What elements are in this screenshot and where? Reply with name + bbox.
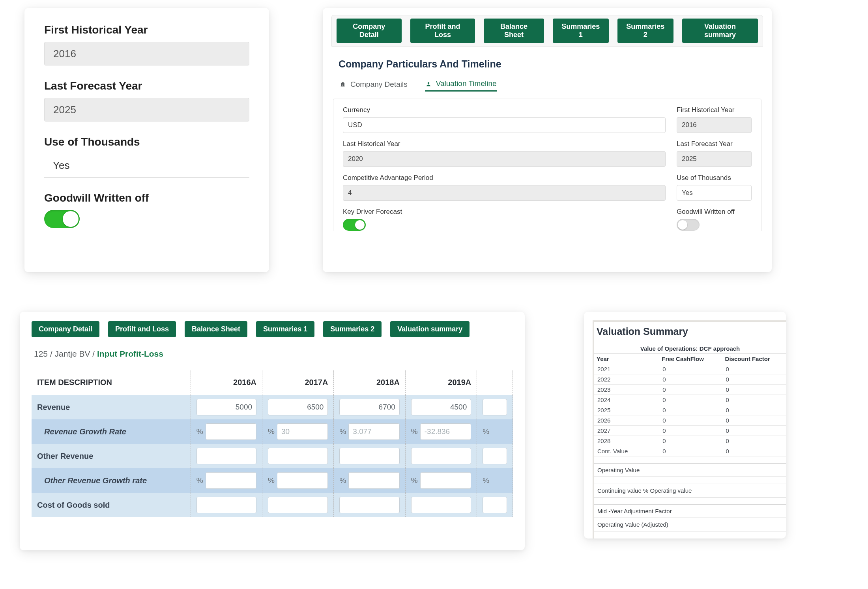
- other-rev-growth-2018[interactable]: [348, 472, 400, 489]
- cogs-2018[interactable]: [339, 497, 399, 513]
- vs-year: 2025: [594, 405, 659, 415]
- rev-growth-2017[interactable]: [277, 423, 328, 440]
- table-row: 202100: [594, 364, 786, 374]
- vs-df: 0: [723, 405, 786, 415]
- pl-tab-summaries-2[interactable]: Summaries 2: [323, 321, 382, 337]
- other-rev-2018[interactable]: [339, 448, 399, 464]
- goodwill-toggle[interactable]: [44, 210, 80, 228]
- valuation-summary-card: Valuation Summary Value of Operations: D…: [584, 312, 786, 539]
- currency-input[interactable]: USD: [343, 117, 666, 133]
- tab-company-detail[interactable]: Company Detail: [337, 19, 402, 43]
- vs-fcf: 0: [659, 385, 722, 395]
- goodwill-label: Goodwill Written off: [44, 192, 249, 204]
- tab-valuation-summary[interactable]: Valuation summary: [682, 19, 758, 43]
- other-rev-extra[interactable]: [483, 448, 507, 464]
- table-row: Cont. Value00: [594, 446, 786, 456]
- pct-label: %: [483, 427, 489, 436]
- vs-fcf: 0: [659, 395, 722, 405]
- table-row-revenue: Revenue: [32, 395, 513, 419]
- pct-label: %: [268, 476, 275, 485]
- other-rev-2019[interactable]: [411, 448, 471, 464]
- vs-df: 0: [723, 446, 786, 456]
- subtab-company-details[interactable]: Company Details: [339, 79, 408, 92]
- cogs-2017[interactable]: [268, 497, 328, 513]
- cap-input[interactable]: 4: [343, 185, 666, 201]
- breadcrumb-seg-1[interactable]: 125: [34, 349, 48, 358]
- vs-fcf: 0: [659, 446, 722, 456]
- other-rev-label: Other Revenue: [32, 444, 191, 468]
- pct-label: %: [411, 427, 418, 436]
- first-hist-input[interactable]: 2016: [44, 42, 249, 65]
- subtab-valuation-timeline[interactable]: Valuation Timeline: [425, 79, 497, 92]
- cogs-extra[interactable]: [483, 497, 507, 513]
- pl-tab-company-detail[interactable]: Company Detail: [32, 321, 99, 337]
- first-hist-input-r[interactable]: 2016: [677, 117, 752, 133]
- revenue-2018[interactable]: [339, 399, 399, 415]
- table-row: 202700: [594, 426, 786, 436]
- vs-fcf: 0: [659, 415, 722, 426]
- rev-growth-2018[interactable]: [348, 423, 400, 440]
- vs-year: 2022: [594, 374, 659, 385]
- form-left-col: Currency USD Last Historical Year 2020 C…: [343, 106, 666, 231]
- revenue-extra[interactable]: [483, 399, 507, 415]
- other-rev-2017[interactable]: [268, 448, 328, 464]
- tab-summaries-2[interactable]: Summaries 2: [617, 19, 673, 43]
- pl-tab-balance-sheet[interactable]: Balance Sheet: [185, 321, 247, 337]
- last-forecast-input-r[interactable]: 2025: [677, 151, 752, 167]
- vs-fcf: 0: [659, 374, 722, 385]
- kdf-label: Key Driver Forecast: [343, 208, 666, 216]
- company-particulars-card: Company Detail Profilt and Loss Balance …: [323, 8, 772, 272]
- goodwill-toggle-r[interactable]: [677, 219, 700, 231]
- use-thousands-label-r: Use of Thousands: [677, 174, 752, 182]
- rev-growth-label: Revenue Growth Rate: [32, 419, 191, 444]
- use-thousands-input[interactable]: [44, 154, 249, 178]
- vs-year: 2026: [594, 415, 659, 426]
- tab-summaries-1[interactable]: Summaries 1: [553, 19, 609, 43]
- vs-df: 0: [723, 415, 786, 426]
- pl-h-2017: 2017A: [262, 370, 334, 395]
- other-rev-growth-2017[interactable]: [277, 472, 328, 489]
- timeline-form: Currency USD Last Historical Year 2020 C…: [333, 99, 761, 231]
- pl-tab-valuation-summary[interactable]: Valuation summary: [390, 321, 470, 337]
- table-row-rev-growth: Revenue Growth Rate % % % % %: [32, 419, 513, 444]
- revenue-2019[interactable]: [411, 399, 471, 415]
- vs-fcf: 0: [659, 426, 722, 436]
- section-title: Company Particulars And Timeline: [339, 58, 759, 70]
- pl-tab-summaries-1[interactable]: Summaries 1: [256, 321, 314, 337]
- revenue-2017[interactable]: [268, 399, 328, 415]
- vs-sum-0: Operating Value: [594, 464, 786, 477]
- tab-profit-loss[interactable]: Profilt and Loss: [410, 19, 475, 43]
- pct-label: %: [196, 476, 203, 485]
- last-hist-input[interactable]: 2020: [343, 151, 666, 167]
- cogs-2019[interactable]: [411, 497, 471, 513]
- rev-growth-2019[interactable]: [420, 423, 471, 440]
- vs-df: 0: [723, 426, 786, 436]
- last-forecast-input[interactable]: 2025: [44, 98, 249, 122]
- use-thousands-input-r[interactable]: Yes: [677, 185, 752, 201]
- timeline-mini-card: First Historical Year 2016 Last Forecast…: [24, 8, 269, 272]
- rev-growth-2016[interactable]: [206, 423, 257, 440]
- form-right-col: First Historical Year 2016 Last Forecast…: [677, 106, 752, 231]
- last-forecast-label: Last Forecast Year: [44, 80, 249, 92]
- cogs-2016[interactable]: [196, 497, 256, 513]
- pct-label: %: [339, 427, 346, 436]
- pl-h-2018: 2018A: [334, 370, 405, 395]
- other-rev-2016[interactable]: [196, 448, 256, 464]
- tab-balance-sheet[interactable]: Balance Sheet: [484, 19, 544, 43]
- vs-df: 0: [723, 374, 786, 385]
- pl-h-desc: ITEM DESCRIPTION: [32, 370, 191, 395]
- kdf-toggle[interactable]: [343, 219, 366, 231]
- other-rev-growth-2016[interactable]: [206, 472, 257, 489]
- subtab-valuation-timeline-label: Valuation Timeline: [436, 79, 497, 88]
- vs-caption: Value of Operations: DCF approach: [594, 344, 786, 354]
- pl-tab-profit-loss[interactable]: Profilt and Loss: [108, 321, 176, 337]
- table-row-other-rev-growth: Other Revenue Growth rate % % % % %: [32, 468, 513, 493]
- other-rev-growth-2019[interactable]: [420, 472, 471, 489]
- breadcrumb-seg-2[interactable]: Jantje BV: [55, 349, 90, 358]
- pct-label: %: [411, 476, 418, 485]
- last-hist-label: Last Historical Year: [343, 140, 666, 148]
- revenue-2016[interactable]: [196, 399, 256, 415]
- cogs-label: Cost of Goods sold: [32, 493, 191, 517]
- profit-loss-card: Company Detail Profilt and Loss Balance …: [20, 312, 525, 550]
- pct-label: %: [339, 476, 346, 485]
